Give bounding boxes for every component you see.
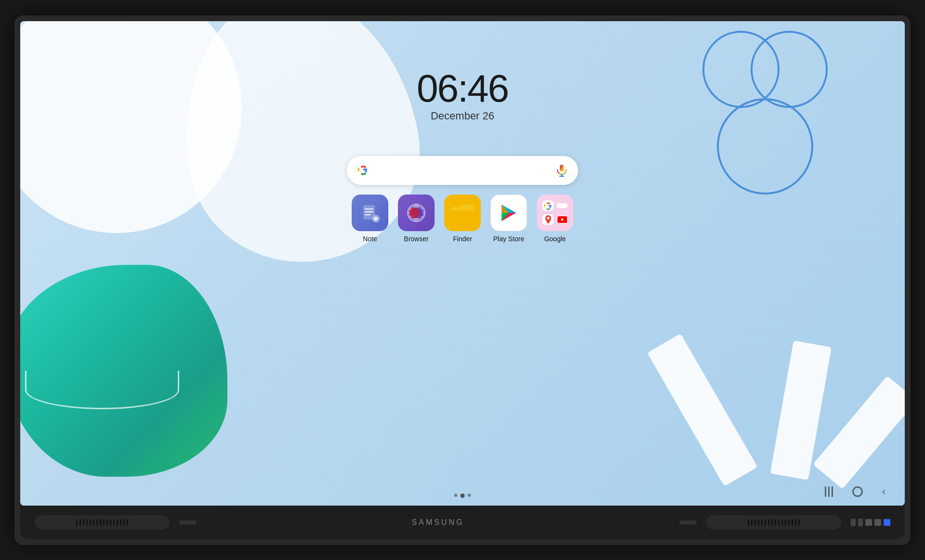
app-item-google[interactable]: Google bbox=[537, 195, 573, 243]
google-folder-youtube-icon bbox=[556, 216, 568, 223]
browser-icon-svg bbox=[404, 201, 428, 225]
svg-rect-1 bbox=[363, 169, 367, 170]
mic-icon bbox=[555, 164, 568, 177]
nav-line-1 bbox=[825, 486, 826, 497]
bottom-button-right[interactable] bbox=[679, 521, 697, 524]
finder-icon-svg bbox=[449, 201, 476, 225]
nav-line-2 bbox=[828, 486, 830, 497]
page-indicator bbox=[454, 494, 471, 498]
wallpaper-arrow-1 bbox=[647, 333, 757, 486]
search-input[interactable] bbox=[372, 156, 553, 185]
app-item-note[interactable]: Note bbox=[352, 195, 388, 243]
tv-frame: 06:46 December 26 bbox=[14, 15, 911, 545]
port-1 bbox=[851, 519, 856, 526]
screen-nav-right: ‹ bbox=[825, 485, 885, 498]
page-dot-2 bbox=[461, 494, 465, 498]
speaker-left bbox=[35, 515, 170, 530]
wallpaper-circles-container bbox=[702, 31, 828, 195]
brand-area: SAMSUNG bbox=[412, 518, 464, 527]
port-3 bbox=[865, 519, 872, 526]
bottom-bezel: SAMSUNG bbox=[20, 506, 905, 539]
finder-app-label: Finder bbox=[453, 235, 472, 243]
note-app-label: Note bbox=[363, 235, 377, 243]
ports-area bbox=[851, 519, 890, 526]
app-item-finder[interactable]: Finder bbox=[444, 195, 481, 243]
browser-app-label: Browser bbox=[404, 235, 428, 243]
port-usb-blue bbox=[884, 519, 890, 526]
back-button[interactable]: ‹ bbox=[882, 485, 885, 498]
app-item-browser[interactable]: Browser bbox=[398, 195, 435, 243]
google-logo bbox=[355, 161, 372, 180]
note-app-icon[interactable] bbox=[352, 195, 388, 231]
speaker-grille-left bbox=[76, 519, 128, 526]
samsung-logo: SAMSUNG bbox=[412, 518, 464, 527]
clock-date: December 26 bbox=[417, 110, 508, 122]
page-dot-3 bbox=[468, 494, 471, 497]
browser-app-icon[interactable] bbox=[398, 195, 435, 231]
wallpaper-circle-outline-2 bbox=[751, 31, 828, 108]
wallpaper-curve-line bbox=[25, 371, 179, 409]
svg-point-18 bbox=[410, 208, 420, 218]
playstore-icon-svg bbox=[498, 202, 520, 224]
speaker-grille-right bbox=[748, 519, 800, 526]
finder-app-icon[interactable] bbox=[444, 195, 481, 231]
app-icons-row: Note Browser bbox=[352, 195, 573, 243]
playstore-app-label: Play Store bbox=[493, 235, 525, 243]
google-app-icon[interactable] bbox=[537, 195, 573, 231]
playstore-app-icon[interactable] bbox=[490, 195, 527, 231]
wallpaper-blob-teal bbox=[20, 265, 227, 477]
svg-rect-2 bbox=[560, 165, 564, 171]
google-folder-g-icon bbox=[542, 200, 554, 211]
google-app-label: Google bbox=[544, 235, 566, 243]
search-bar[interactable] bbox=[347, 156, 578, 185]
google-folder-maps-icon bbox=[542, 214, 554, 225]
svg-point-19 bbox=[547, 217, 549, 220]
port-2 bbox=[858, 519, 863, 526]
note-icon-svg bbox=[359, 202, 381, 223]
clock-section: 06:46 December 26 bbox=[417, 69, 508, 122]
search-bar-container[interactable] bbox=[347, 156, 578, 185]
port-4 bbox=[874, 519, 881, 526]
screen: 06:46 December 26 bbox=[20, 21, 905, 506]
speaker-right bbox=[706, 515, 841, 530]
nav-line-3 bbox=[832, 486, 833, 497]
wallpaper-circle-outline-3 bbox=[717, 98, 813, 195]
google-folder-colors-icon bbox=[556, 203, 568, 208]
wallpaper-arrows bbox=[654, 294, 857, 477]
page-dot-1 bbox=[454, 494, 458, 497]
app-item-playstore[interactable]: Play Store bbox=[490, 195, 527, 243]
home-button[interactable] bbox=[852, 486, 863, 497]
mic-button[interactable] bbox=[553, 162, 570, 179]
bottom-button-left[interactable] bbox=[179, 521, 197, 524]
recent-apps-button[interactable] bbox=[825, 486, 833, 497]
clock-time: 06:46 bbox=[417, 69, 508, 108]
